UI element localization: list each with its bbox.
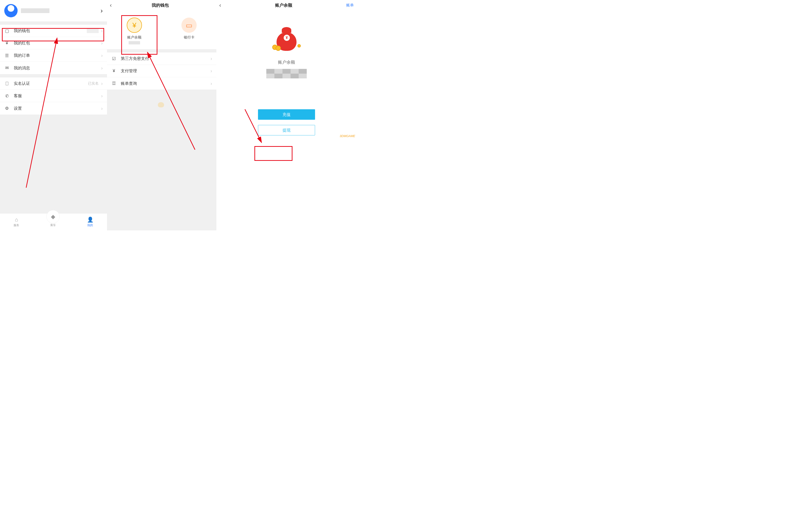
chevron-right-icon: › <box>101 65 103 71</box>
profile-header[interactable]: › <box>0 0 107 21</box>
screen-wallet: ‹ 我的钱包 ¥ 账户余额 ▭ 银行卡 ☑ 第三方免密支付 › ¥ <box>107 0 216 230</box>
row-label: 客服 <box>14 93 22 99</box>
row-realname[interactable]: ⎕ 实名认证 已实名 › <box>0 77 107 90</box>
chevron-right-icon: › <box>101 28 103 33</box>
row-label: 实名认证 <box>14 81 30 86</box>
recharge-button[interactable]: 充值 <box>258 109 315 120</box>
wallet-balance-label: 账户余额 <box>127 35 142 40</box>
page-title: 账户余额 <box>275 2 292 8</box>
screen-balance-detail: ‹ 账户余额 账单 ¥ 账户余额 充值 提现 <box>216 0 357 230</box>
button-label: 提现 <box>282 127 291 133</box>
wallet-bankcard-tile[interactable]: ▭ 银行卡 <box>174 18 204 44</box>
wallet-balance-tile[interactable]: ¥ 账户余额 <box>119 18 150 44</box>
row-thirdparty-pay[interactable]: ☑ 第三方免密支付 › <box>107 52 216 65</box>
profile-username-masked <box>21 8 49 13</box>
bill-link[interactable]: 账单 <box>346 3 354 8</box>
row-label: 我的消息 <box>14 65 30 71</box>
chevron-right-icon: › <box>101 106 103 111</box>
header-bar: ‹ 我的钱包 <box>107 0 216 11</box>
wallet-list: ☑ 第三方免密支付 › ¥ 支付管理 › ☲ 账单查询 › <box>107 52 216 90</box>
balance-amount-masked <box>266 69 307 78</box>
tab-mine[interactable]: 👤 我的 <box>87 217 93 227</box>
chevron-right-icon: › <box>101 53 103 58</box>
row-support[interactable]: ✆ 客服 › <box>0 90 107 102</box>
shield-check-icon: ☑ <box>111 56 116 61</box>
avatar-icon <box>4 4 18 17</box>
row-label: 账单查询 <box>121 81 137 86</box>
row-label: 我的红包 <box>14 40 30 46</box>
chevron-right-icon: › <box>101 40 103 46</box>
row-settings[interactable]: ⚙ 设置 › <box>0 102 107 115</box>
wallet-bankcard-label: 银行卡 <box>184 35 194 40</box>
row-label: 第三方免密支付 <box>121 56 149 61</box>
section-gap <box>0 21 107 25</box>
section-gap <box>0 74 107 77</box>
row-payment-mgmt[interactable]: ¥ 支付管理 › <box>107 65 216 77</box>
moneybag-icon: ¥ <box>272 25 301 51</box>
tab-service[interactable]: ⌂ 服务 <box>14 217 19 227</box>
page-title: 我的钱包 <box>152 2 169 8</box>
tab-label: 我的 <box>87 223 93 227</box>
orders-icon: ☰ <box>4 53 10 58</box>
bankcard-icon: ▭ <box>182 18 197 33</box>
chevron-right-icon: › <box>101 7 103 15</box>
back-button[interactable]: ‹ <box>110 2 112 9</box>
row-redpacket[interactable]: ¥ 我的红包 › <box>0 37 107 49</box>
home-icon: ⌂ <box>15 217 18 223</box>
chevron-right-icon: › <box>211 81 212 86</box>
user-icon: 👤 <box>87 217 93 223</box>
ride-icon: ◆ <box>46 210 60 223</box>
row-wallet[interactable]: ▢ 我的钱包 › <box>0 25 107 37</box>
chevron-right-icon: › <box>101 81 103 86</box>
header-bar: ‹ 账户余额 账单 <box>216 0 357 11</box>
row-status: 已实名 <box>88 81 99 86</box>
gear-icon: ⚙ <box>4 106 10 111</box>
bottom-tabbar: ⌂ 服务 ◆ 乘车 👤 我的 <box>0 213 107 230</box>
button-label: 充值 <box>282 112 291 117</box>
withdraw-button[interactable]: 提现 <box>258 125 315 135</box>
list-group-1: ▢ 我的钱包 › ¥ 我的红包 › ☰ 我的订单 › ✉ 我的消息 › <box>0 25 107 74</box>
row-messages[interactable]: ✉ 我的消息 › <box>0 62 107 74</box>
wallet-balance-amount-masked <box>129 41 140 44</box>
list-group-2: ⎕ 实名认证 已实名 › ✆ 客服 › ⚙ 设置 › <box>0 77 107 115</box>
row-label: 设置 <box>14 106 22 111</box>
back-button[interactable]: ‹ <box>219 2 221 9</box>
row-label: 支付管理 <box>121 68 137 74</box>
receipt-icon: ☲ <box>111 81 116 86</box>
messages-icon: ✉ <box>4 65 10 71</box>
row-value-masked <box>87 29 99 33</box>
row-orders[interactable]: ☰ 我的订单 › <box>0 49 107 62</box>
tab-ride[interactable]: ◆ 乘车 <box>46 210 60 227</box>
section-gap <box>107 49 216 52</box>
watermark-text: 3DMGAME <box>339 134 355 138</box>
tab-label: 服务 <box>14 223 19 227</box>
phone-icon: ✆ <box>4 93 10 99</box>
row-bill-query[interactable]: ☲ 账单查询 › <box>107 77 216 90</box>
tab-label: 乘车 <box>50 223 56 227</box>
idcard-icon: ⎕ <box>4 81 10 86</box>
watermark-mascot-icon <box>158 102 164 107</box>
wallet-top-icons: ¥ 账户余额 ▭ 银行卡 <box>107 11 216 49</box>
chevron-right-icon: › <box>211 56 212 61</box>
wallet-icon: ▢ <box>4 28 10 33</box>
balance-content: ¥ 账户余额 充值 提现 <box>216 11 357 135</box>
yen-circle-icon: ¥ <box>111 69 116 74</box>
row-label: 我的钱包 <box>14 28 30 33</box>
row-label: 我的订单 <box>14 53 30 58</box>
chevron-right-icon: › <box>101 93 103 99</box>
redpacket-icon: ¥ <box>4 41 10 46</box>
balance-label: 账户余额 <box>278 59 295 65</box>
chevron-right-icon: › <box>211 68 212 74</box>
balance-yen-icon: ¥ <box>127 18 142 33</box>
screen-profile: › ▢ 我的钱包 › ¥ 我的红包 › ☰ 我的订单 › ✉ 我的消息 <box>0 0 107 230</box>
